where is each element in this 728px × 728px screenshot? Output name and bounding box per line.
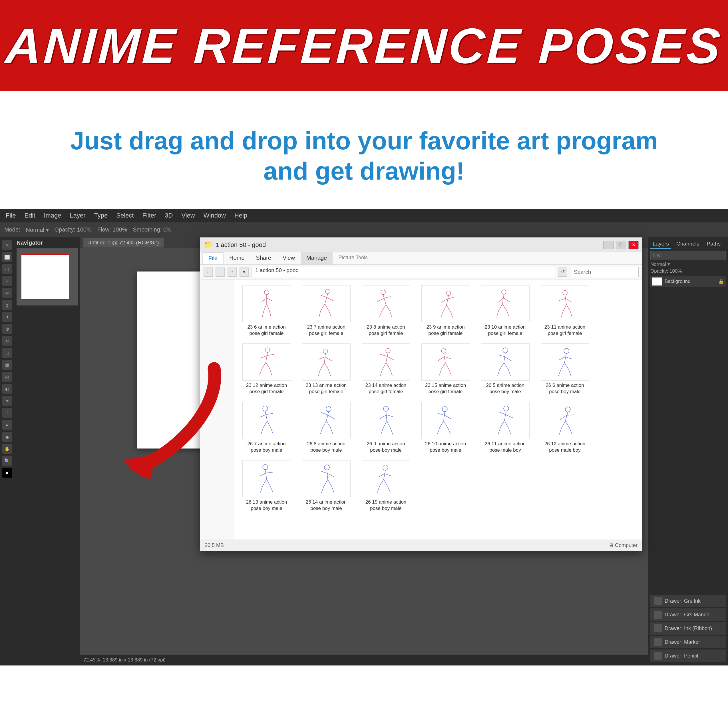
svg-point-26	[446, 291, 451, 295]
ps-menu-layer[interactable]: Layer	[70, 212, 86, 219]
path-select[interactable]: ▸	[2, 420, 12, 430]
layers-opacity: Opacity: 100%	[650, 268, 726, 274]
file-name-12: 26 6 anime action pose boy male	[540, 382, 590, 395]
layers-search[interactable]	[650, 251, 726, 260]
history-brush[interactable]: ↩	[2, 336, 12, 346]
select-tool[interactable]: ⬜	[2, 252, 12, 262]
svg-point-90	[564, 348, 569, 353]
file-item-19[interactable]: 26 13 anime action pose boy male	[240, 460, 293, 512]
pen-tool[interactable]: ✒	[2, 396, 12, 406]
up-button[interactable]: ↑	[228, 268, 237, 277]
file-item-9[interactable]: 23 14 anime action pose girl female	[359, 343, 412, 395]
refresh-button[interactable]: ↺	[558, 268, 567, 277]
layer-lock-icon: 🔒	[718, 279, 724, 284]
file-item-20[interactable]: 26 14 anime action pose boy male	[300, 460, 353, 512]
ribbon-tab-file[interactable]: File	[202, 252, 223, 265]
fe-file-size: 20.5 MB	[205, 543, 224, 548]
svg-point-18	[381, 290, 385, 295]
address-bar[interactable]: 1 action 50 - good	[251, 267, 555, 277]
hand-tool[interactable]: ✋	[2, 444, 12, 454]
svg-line-125	[444, 415, 451, 419]
drawer-item-2[interactable]: Drawer: Grs Mando	[650, 609, 726, 621]
file-item-21[interactable]: 26 15 anime action pose boy male	[359, 460, 412, 512]
file-item-17[interactable]: 26 11 anime action pose male boy	[479, 402, 532, 453]
brush-tool[interactable]: ✦	[2, 312, 12, 322]
ps-menu-file[interactable]: File	[6, 212, 16, 219]
blur-tool[interactable]: ◎	[2, 372, 12, 382]
close-button[interactable]: ✕	[629, 241, 639, 249]
eraser-tool[interactable]: ◻	[2, 348, 12, 358]
ps-menu-3d[interactable]: 3D	[165, 212, 173, 219]
clone-tool[interactable]: ⊕	[2, 324, 12, 334]
file-item-5[interactable]: 23 10 anime action pose girl female	[479, 285, 532, 336]
file-item-1[interactable]: 23 6 anime action pose girl female	[240, 285, 293, 336]
file-item-15[interactable]: 26 9 anime action pose boy male	[359, 402, 412, 453]
svg-line-41	[507, 311, 509, 317]
shape-tool[interactable]: ◆	[2, 432, 12, 442]
ps-mode-value[interactable]: Normal ▾	[26, 226, 49, 233]
file-item-11[interactable]: 26 5 anime action pose boy male	[479, 343, 532, 395]
drawer-item-5[interactable]: Drawer: Pencil	[650, 650, 726, 662]
ps-menu-type[interactable]: Type	[94, 212, 108, 219]
ps-menu-edit[interactable]: Edit	[24, 212, 35, 219]
ps-menu-window[interactable]: Window	[203, 212, 226, 219]
svg-line-167	[384, 479, 388, 486]
maximize-button[interactable]: □	[616, 241, 626, 249]
fe-addressbar: ← → ↑ ▾ 1 action 50 - good ↺	[200, 265, 642, 280]
svg-line-11	[325, 294, 328, 304]
file-item-16[interactable]: 26 10 anime action pose boy male	[419, 402, 472, 453]
text-tool[interactable]: T	[2, 408, 12, 418]
layers-blend-mode[interactable]: Normal ▾	[650, 261, 726, 267]
ps-menu-image[interactable]: Image	[44, 212, 61, 219]
file-item-14[interactable]: 26 8 anime action pose boy male	[300, 402, 353, 453]
ribbon-tab-share[interactable]: Share	[250, 252, 277, 265]
page-title: ANIME REFERENCE POSES	[4, 17, 724, 75]
file-item-12[interactable]: 26 6 anime action pose boy male	[538, 343, 591, 395]
ps-document-tab[interactable]: Untitled-1 @ 72.4% (RGB/8#)	[83, 238, 164, 248]
svg-line-144	[559, 428, 561, 434]
tab-layers[interactable]: Layers	[650, 240, 671, 249]
spot-heal-tool[interactable]: ⌀	[2, 300, 12, 310]
file-item-3[interactable]: 23 8 anime action pose girl female	[359, 285, 412, 336]
move-tool[interactable]: ↖	[2, 240, 12, 250]
file-item-4[interactable]: 23 9 anime action pose girl female	[419, 285, 472, 336]
minimize-button[interactable]: ─	[603, 241, 613, 249]
file-item-2[interactable]: 23 7 anime action pose girl female	[300, 285, 353, 336]
file-item-7[interactable]: 23 12 anime action pose girl female	[240, 343, 293, 395]
search-input[interactable]	[570, 267, 639, 277]
eyedropper-tool[interactable]: ✏	[2, 288, 12, 298]
foreground-color[interactable]: ■	[2, 468, 12, 478]
gradient-tool[interactable]: ▦	[2, 360, 12, 370]
drawer-item-4[interactable]: Drawer: Marker	[650, 636, 726, 648]
svg-line-80	[439, 369, 441, 375]
zoom-tool[interactable]: 🔍	[2, 456, 12, 466]
file-item-6[interactable]: 23 11 anime action pose girl female	[538, 285, 591, 336]
dodge-tool[interactable]: ◐	[2, 384, 12, 394]
file-item-18[interactable]: 26 12 anime action pose male boy	[538, 402, 591, 453]
file-item-13[interactable]: 26 7 anime action pose boy male	[240, 402, 293, 453]
layer-background[interactable]: Background 🔒	[650, 276, 726, 287]
drawer-item-3[interactable]: Drawer: Ink (Ribbon)	[650, 622, 726, 635]
ribbon-tab-home[interactable]: Home	[223, 252, 250, 265]
ps-menu-view[interactable]: View	[181, 212, 195, 219]
svg-line-43	[565, 295, 566, 304]
svg-line-13	[326, 297, 333, 301]
ps-menu-select[interactable]: Select	[116, 212, 134, 219]
tab-paths[interactable]: Paths	[704, 240, 723, 249]
lasso-tool[interactable]: ◌	[2, 264, 12, 274]
file-item-10[interactable]: 23 15 anime action pose girl female	[419, 343, 472, 395]
file-item-8[interactable]: 23 13 anime action pose girl female	[300, 343, 353, 395]
ribbon-tab-view[interactable]: View	[277, 252, 301, 265]
ribbon-tab-manage[interactable]: Manage	[301, 252, 333, 265]
svg-line-153	[270, 486, 273, 492]
forward-button[interactable]: →	[216, 268, 225, 277]
tab-channels[interactable]: Channels	[674, 240, 702, 249]
recent-button[interactable]: ▾	[240, 268, 249, 277]
crop-tool[interactable]: ⌗	[2, 276, 12, 286]
svg-line-115	[386, 411, 387, 421]
drawer-item-1[interactable]: Drawer: Grs Ink	[650, 595, 726, 607]
ps-menu-filter[interactable]: Filter	[142, 212, 156, 219]
back-button[interactable]: ←	[203, 268, 213, 277]
svg-line-73	[390, 369, 392, 376]
ps-menu-help[interactable]: Help	[234, 212, 247, 219]
